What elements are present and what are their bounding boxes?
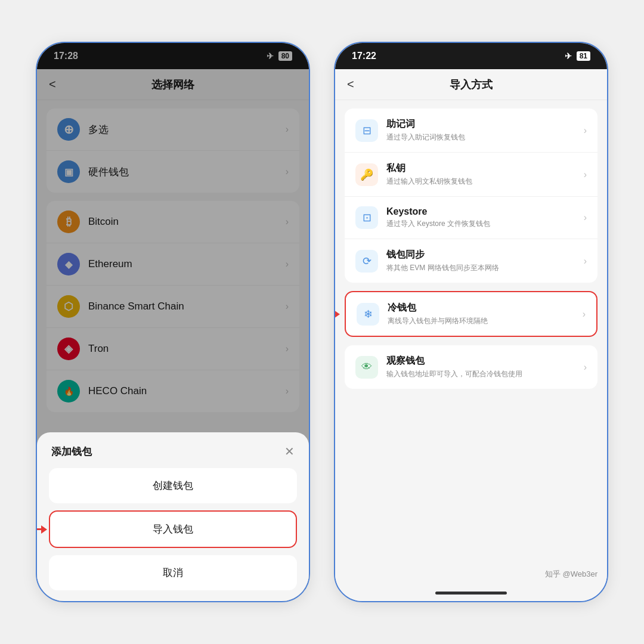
right-nav-bar: < 导入方式	[335, 69, 607, 100]
arrow-head	[41, 525, 47, 534]
import-item-walletsync[interactable]: ⟳ 钱包同步 将其他 EVM 网络钱包同步至本网络 ›	[345, 239, 597, 283]
mnemonic-icon: ⊟	[355, 119, 378, 142]
coldwallet-chevron: ›	[583, 309, 586, 320]
right-home-bar	[435, 592, 507, 595]
mnemonic-name: 助记词	[386, 118, 584, 131]
right-home-indicator	[335, 584, 607, 601]
modal-title: 添加钱包	[51, 445, 92, 459]
import-section-main: ⊟ 助记词 通过导入助记词恢复钱包 › 🔑 私钥 通过输入明文私钥恢复钱包 › …	[345, 109, 597, 283]
keystore-name: Keystore	[386, 206, 584, 217]
observer-name: 观察钱包	[386, 355, 584, 367]
right-status-bar: 17:22 ✈ 81	[335, 43, 607, 69]
right-back-button[interactable]: <	[347, 78, 354, 91]
import-item-keystore[interactable]: ⊡ Keystore 通过导入 Keystore 文件恢复钱包 ›	[345, 197, 597, 239]
import-text-keystore: Keystore 通过导入 Keystore 文件恢复钱包	[386, 206, 584, 229]
right-airplane-icon: ✈	[565, 51, 572, 61]
privatekey-chevron: ›	[584, 169, 587, 180]
import-text-walletsync: 钱包同步 将其他 EVM 网络钱包同步至本网络	[386, 249, 584, 273]
keystore-desc: 通过导入 Keystore 文件恢复钱包	[386, 219, 584, 229]
add-wallet-sheet: 添加钱包 ✕ 创建钱包 导入钱包 取消	[37, 432, 309, 584]
keystore-icon: ⊡	[355, 206, 378, 229]
walletsync-desc: 将其他 EVM 网络钱包同步至本网络	[386, 263, 584, 273]
modal-overlay: 添加钱包 ✕ 创建钱包 导入钱包 取消	[37, 100, 309, 584]
observer-icon: 👁	[355, 356, 378, 379]
import-item-privatekey[interactable]: 🔑 私钥 通过输入明文私钥恢复钱包 ›	[345, 153, 597, 197]
walletsync-name: 钱包同步	[386, 249, 584, 261]
import-text-privatekey: 私钥 通过输入明文私钥恢复钱包	[386, 162, 584, 187]
coldwallet-icon: ❄	[357, 303, 379, 326]
mnemonic-desc: 通过导入助记词恢复钱包	[386, 132, 584, 143]
import-item-coldwallet[interactable]: ❄ 冷钱包 离线导入钱包并与网络环境隔绝 ›	[346, 292, 596, 336]
create-wallet-button[interactable]: 创建钱包	[49, 468, 297, 503]
privatekey-icon: 🔑	[355, 163, 378, 186]
privatekey-desc: 通过输入明文私钥恢复钱包	[386, 177, 584, 187]
right-battery-indicator: 81	[577, 51, 590, 61]
coldwallet-name: 冷钱包	[388, 302, 583, 314]
modal-header: 添加钱包 ✕	[49, 444, 297, 459]
privatekey-name: 私钥	[386, 162, 584, 175]
import-arrow	[37, 525, 47, 534]
right-time: 17:22	[352, 51, 376, 61]
import-list: ⊟ 助记词 通过导入助记词恢复钱包 › 🔑 私钥 通过输入明文私钥恢复钱包 › …	[335, 100, 607, 584]
right-status-right: ✈ 81	[565, 51, 590, 61]
walletsync-icon: ⟳	[355, 250, 378, 273]
coldwallet-desc: 离线导入钱包并与网络环境隔绝	[388, 316, 583, 326]
observer-section: 👁 观察钱包 输入钱包地址即可导入，可配合冷钱包使用 ›	[345, 345, 597, 389]
cancel-button[interactable]: 取消	[49, 555, 297, 584]
left-phone: 17:28 ✈ 80 < 选择网络 ⊕ 多选 › ▣ 硬件钱包 ›	[36, 42, 310, 602]
keystore-chevron: ›	[584, 212, 587, 223]
import-text-coldwallet: 冷钱包 离线导入钱包并与网络环境隔绝	[388, 302, 583, 326]
import-text-observer: 观察钱包 输入钱包地址即可导入，可配合冷钱包使用	[386, 355, 584, 379]
import-text-mnemonic: 助记词 通过导入助记词恢复钱包	[386, 118, 584, 143]
import-item-mnemonic[interactable]: ⊟ 助记词 通过导入助记词恢复钱包 ›	[345, 109, 597, 153]
left-content: ⊕ 多选 › ▣ 硬件钱包 › ₿ Bitcoin › ◆ Et	[37, 100, 309, 584]
right-page-title: 导入方式	[450, 78, 493, 92]
cold-wallet-arrow	[335, 310, 340, 318]
walletsync-chevron: ›	[584, 256, 587, 267]
observer-chevron: ›	[584, 362, 587, 373]
mnemonic-chevron: ›	[584, 125, 587, 136]
watermark: 知乎 @Web3er	[545, 569, 597, 580]
import-item-observer[interactable]: 👁 观察钱包 输入钱包地址即可导入，可配合冷钱包使用 ›	[345, 345, 597, 389]
right-phone: 17:22 ✈ 81 < 导入方式 ⊟ 助记词 通过导入助记词恢复钱包 › 🔑 …	[334, 42, 608, 602]
observer-desc: 输入钱包地址即可导入，可配合冷钱包使用	[386, 369, 584, 379]
cold-wallet-section: ❄ 冷钱包 离线导入钱包并与网络环境隔绝 ›	[345, 291, 597, 337]
arrow-line	[37, 528, 41, 530]
cold-arrow-head	[335, 310, 340, 318]
import-wallet-button[interactable]: 导入钱包	[49, 510, 297, 548]
modal-close-button[interactable]: ✕	[284, 444, 295, 459]
